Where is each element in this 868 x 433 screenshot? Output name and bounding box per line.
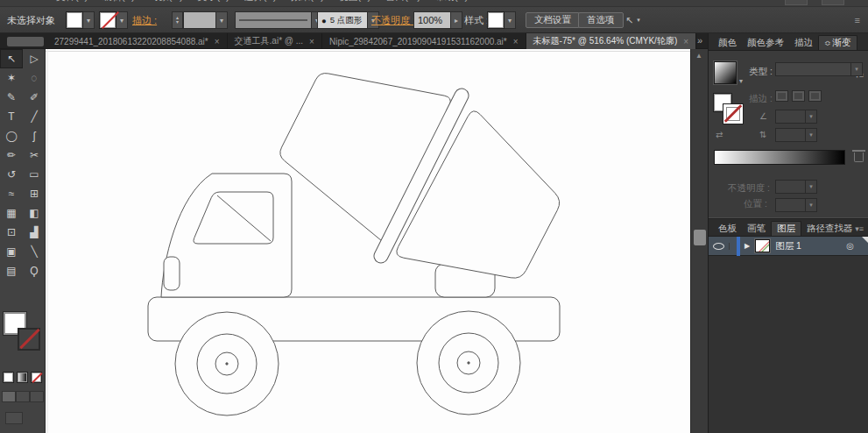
shape-builder-tool-icon[interactable]: ⊞ [23, 184, 46, 203]
selection-tool-icon[interactable]: ↖ [0, 49, 23, 68]
gradient-tool-icon[interactable]: ◧ [23, 203, 46, 223]
expand-triangle-icon[interactable]: ▶ [745, 242, 750, 250]
style-control[interactable]: ▾ [487, 7, 516, 33]
scrollbar-thumb[interactable] [694, 230, 706, 245]
opacity-dropdown-icon[interactable]: ▸ [451, 11, 462, 29]
gradient-preset-dropdown-icon[interactable]: ▾ [739, 77, 743, 85]
layer-thumbnail[interactable] [755, 239, 770, 252]
gradient-group-tab[interactable]: ≎渐变 [818, 35, 857, 50]
none-button[interactable] [31, 372, 42, 383]
fill-color-control[interactable]: ▾ [66, 7, 95, 33]
stop-opacity-dropdown[interactable]: ▾ [775, 180, 817, 194]
stroke-weight-stepper[interactable]: ▴▾ [172, 11, 183, 29]
draw-behind-button[interactable] [16, 391, 30, 402]
width-tool-icon[interactable]: ≈ [0, 184, 23, 203]
free-transform-tool-icon[interactable]: ▭ [23, 165, 46, 184]
variable-width-profile[interactable]: ▾ [235, 7, 323, 33]
opacity-panel-link[interactable]: 不透明度 : [371, 7, 415, 33]
eye-icon[interactable] [713, 243, 724, 250]
delete-stop-icon[interactable] [854, 153, 864, 162]
stroke-swatch-none[interactable] [99, 11, 116, 29]
reverse-gradient-icon[interactable]: ⇄ [716, 130, 723, 139]
scissors-tool-icon[interactable]: ✂ [23, 146, 46, 165]
stroke-color-control[interactable]: ▾ [99, 7, 128, 33]
aspect-ratio-dropdown[interactable]: ▾ [775, 128, 817, 142]
fill-stroke-indicator[interactable] [0, 309, 46, 377]
visibility-column[interactable] [709, 243, 730, 250]
tab-overflow-icon[interactable]: » [697, 35, 702, 46]
style-swatch[interactable] [487, 11, 505, 29]
style-dropdown-icon[interactable]: ▾ [505, 11, 516, 29]
type-tool-icon[interactable]: T [0, 107, 23, 126]
control-panel-menu-icon[interactable]: ≡ [855, 7, 861, 33]
document-tab[interactable]: Nipic_29842067_20190904191531162000.ai*× [322, 33, 526, 49]
door-handle[interactable] [164, 257, 180, 290]
stroke-along-button[interactable] [792, 90, 805, 102]
gradient-group-tab[interactable]: 颜色参考 [742, 35, 789, 50]
vertical-scrollbar[interactable]: ▲ [690, 49, 708, 433]
workspace-switcher-icon[interactable] [785, 0, 808, 5]
isolate-selection-control[interactable]: ↖ ▾ [625, 7, 640, 33]
artboard-canvas[interactable] [46, 49, 690, 433]
fill-dropdown-icon[interactable]: ▾ [83, 11, 95, 29]
document-setup-button[interactable]: 文档设置 [526, 12, 580, 28]
stroke-weight-control[interactable]: ▴▾ ▾ [172, 7, 228, 33]
layers-group-tab[interactable]: 路径查找器 [801, 221, 858, 236]
stroke-dropdown-icon[interactable]: ▾ [116, 11, 128, 29]
layer-name[interactable]: 图层 1 [775, 240, 801, 252]
gradient-slider[interactable] [714, 150, 845, 165]
width-profile-preview[interactable] [235, 11, 312, 29]
stroke-across-button[interactable] [808, 90, 822, 102]
angle-dropdown[interactable]: ▾ [775, 110, 817, 124]
pencil-tool-icon[interactable]: ✏ [0, 146, 23, 165]
stroke-indicator-none[interactable] [18, 328, 40, 351]
column-graph-tool-icon[interactable]: ▟ [23, 223, 46, 242]
menu-item[interactable]: 视图(V) [339, 0, 371, 2]
menu-item[interactable]: 帮助(H) [435, 0, 468, 2]
zoom-tool-icon[interactable]: Ϙ [23, 261, 46, 280]
lasso-tool-icon[interactable]: ◌ [23, 68, 46, 88]
menu-item[interactable]: 对象(O) [150, 0, 183, 2]
gradient-group-tab[interactable]: 颜色 [713, 35, 742, 50]
hand-tool-icon[interactable]: ▤ [0, 261, 23, 280]
brush-definition[interactable]: ● 5 点圆形 ▾ [317, 7, 379, 33]
scroll-up-icon[interactable]: ▲ [695, 52, 702, 60]
menu-item[interactable]: 文字(T) [198, 0, 229, 2]
curvature-pen-tool-icon[interactable]: ✐ [23, 88, 46, 107]
layer-target-icon[interactable]: ◎ [846, 241, 854, 251]
front-wheel[interactable] [175, 312, 279, 415]
gradient-stroke-proxy-none[interactable] [723, 103, 744, 124]
layer-row-selected[interactable]: ▶ 图层 1 ◎ [709, 237, 868, 256]
stop-location-dropdown[interactable]: ▾ [775, 198, 817, 212]
document-tab[interactable]: 交通工具.ai* @ ...× [228, 33, 322, 49]
document-tab[interactable]: 未标题-75* @ 516.64% (CMYK/轮廓)× [526, 33, 696, 49]
pen-tool-icon[interactable]: ✎ [0, 88, 23, 107]
gradient-group-tab[interactable]: 描边 [789, 35, 818, 50]
stroke-weight-field[interactable] [183, 11, 216, 29]
stroke-weight-dropdown-icon[interactable]: ▾ [216, 11, 228, 29]
stroke-within-button[interactable] [775, 90, 788, 102]
pointer-dropdown-icon[interactable]: ▾ [637, 17, 640, 24]
close-tab-icon[interactable]: × [215, 37, 220, 46]
menu-item[interactable]: 文件(F) [56, 0, 88, 2]
opacity-control[interactable]: 100% ▸ [413, 7, 462, 33]
menu-item[interactable]: 选择(S) [244, 0, 277, 2]
menu-item[interactable]: 效果(C) [291, 0, 323, 2]
menu-item[interactable]: 编辑(E) [102, 0, 135, 2]
document-tab[interactable]: 27299441_20180613220208854088.ai*× [47, 33, 228, 49]
paintbrush-tool-icon[interactable]: ʃ [23, 126, 46, 146]
preferences-button[interactable]: 首选项 [578, 12, 624, 28]
opacity-field[interactable]: 100% [413, 11, 451, 29]
draw-inside-button[interactable] [30, 391, 44, 402]
menu-item[interactable]: 窗口(W) [385, 0, 420, 2]
perspective-grid-tool-icon[interactable]: ⊡ [0, 223, 23, 242]
close-tab-icon[interactable]: × [683, 37, 688, 46]
close-tab-icon[interactable]: × [309, 37, 314, 46]
layers-panel-menu-icon[interactable]: ▾≡ [855, 224, 864, 233]
layers-group-tab[interactable]: 图层 [771, 221, 801, 236]
gradient-preview-swatch[interactable] [714, 61, 737, 84]
menu-bar[interactable]: 文件(F)编辑(E)对象(O)文字(T)选择(S)效果(C)视图(V)窗口(W)… [0, 0, 868, 7]
brush-field[interactable]: ● 5 点圆形 [317, 11, 368, 29]
fill-swatch[interactable] [66, 11, 83, 29]
draw-normal-button[interactable] [2, 391, 16, 402]
